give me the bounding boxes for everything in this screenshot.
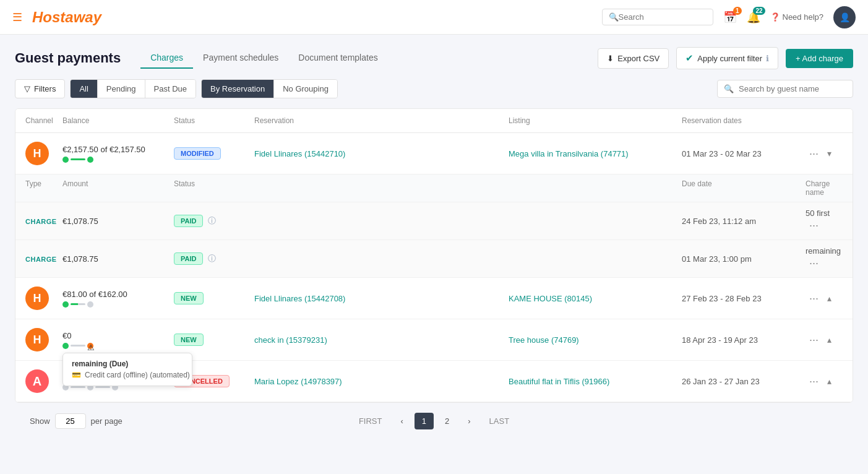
status-badge: NEW [174, 292, 204, 304]
charge-due-date-cell: 01 Mar 23, 1:00 pm [682, 254, 806, 264]
reservation-link[interactable]: Fidel Llinares (15442708) [254, 294, 345, 303]
next-page-button[interactable]: › [460, 413, 478, 429]
global-search-input[interactable] [619, 12, 707, 22]
dates-cell: 26 Jan 23 - 27 Jan 23 [682, 377, 806, 386]
more-options-button[interactable]: ··· [806, 374, 822, 389]
page-2-button[interactable]: 2 [437, 413, 457, 429]
channel-avatar: A [25, 369, 49, 393]
channel-cell: A [25, 369, 62, 393]
reservation-dates: 01 Mar 23 - 02 Mar 23 [682, 149, 762, 158]
grouping-filter-group: By Reservation No Grouping [201, 79, 338, 98]
expand-button[interactable]: ▴ [827, 376, 831, 386]
balance-cell: €0 ⚠ remaining (Due) 💳 Credit card (offl… [62, 331, 174, 349]
progress-dot-warning: ⚠ [87, 343, 93, 349]
per-page-control: Show per page [30, 413, 122, 429]
reservation-link[interactable]: check in (15379231) [254, 335, 327, 345]
top-navigation: ☰ Hostaway 🔍 📅 1 🔔 22 ❓ Need help? 👤 [0, 0, 868, 35]
reservation-dates: 27 Feb 23 - 28 Feb 23 [682, 294, 762, 303]
first-page-button[interactable]: FIRST [351, 413, 390, 429]
filter-icon: ▽ [24, 84, 30, 93]
balance-amount: €81.00 of €162.00 [62, 290, 174, 299]
charge-type: CHARGE [25, 218, 57, 225]
charge-more-button[interactable]: ··· [806, 256, 822, 271]
charge-name-cell: remaining ··· [806, 246, 843, 271]
charge-due-date: 24 Feb 23, 11:12 am [682, 217, 756, 226]
col-reservation: Reservation [254, 116, 509, 125]
channel-cell: H [25, 142, 62, 165]
calendar-icon-btn[interactable]: 📅 1 [723, 11, 737, 24]
per-page-input[interactable] [55, 413, 86, 429]
charge-amount: €1,078.75 [62, 217, 98, 226]
status-filter-group: All Pending Past Due [70, 79, 196, 98]
check-icon: ✔ [685, 53, 694, 64]
page-tabs: Charges Payment schedules Document templ… [140, 48, 388, 69]
charge-more-button[interactable]: ··· [806, 218, 822, 233]
expand-button[interactable]: ▴ [827, 335, 831, 345]
charge-type-cell: CHARGE [25, 254, 62, 264]
show-label: Show [30, 416, 50, 426]
reservation-cell: Maria Lopez (14978397) [254, 377, 509, 386]
charge-type: CHARGE [25, 256, 57, 263]
reservation-row-2[interactable]: H €81.00 of €162.00 NEW Fid [15, 278, 853, 319]
col-dates: Reservation dates [682, 116, 806, 125]
row-actions: ··· ▾ [806, 146, 843, 162]
progress-line [71, 345, 85, 347]
charge-info-icon[interactable]: ⓘ [208, 254, 216, 263]
help-icon: ❓ [770, 12, 780, 22]
listing-link[interactable]: Tree house (74769) [509, 335, 579, 345]
apply-current-filter-button[interactable]: ✔ Apply current filter ℹ [676, 47, 778, 69]
help-link[interactable]: ❓ Need help? [770, 12, 824, 22]
charge-row: CHARGE €1,078.75 PAID ⓘ 24 Feb 23, 11:12… [15, 202, 853, 239]
filter-no-grouping[interactable]: No Grouping [274, 80, 337, 98]
filter-pending[interactable]: Pending [98, 80, 145, 98]
listing-link[interactable]: KAME HOUSE (80145) [509, 294, 592, 303]
export-csv-button[interactable]: ⬇ Export CSV [598, 48, 669, 69]
tab-document-templates[interactable]: Document templates [288, 48, 387, 69]
filter-by-reservation[interactable]: By Reservation [202, 80, 274, 98]
balance-cell: €2,157.50 of €2,157.50 [62, 145, 174, 163]
charge-amount-cell: €1,078.75 [62, 217, 174, 226]
tab-payment-schedules[interactable]: Payment schedules [193, 48, 288, 69]
prev-page-button[interactable]: ‹ [393, 413, 410, 429]
progress-line [71, 303, 85, 305]
charge-info-icon[interactable]: ⓘ [208, 216, 216, 225]
charge-col-name: Charge name [806, 179, 843, 197]
channel-avatar: H [25, 142, 49, 165]
filter-all[interactable]: All [71, 80, 97, 98]
page-1-button[interactable]: 1 [415, 413, 434, 429]
filter-bar: ▽ Filters All Pending Past Due By Reserv… [15, 79, 853, 98]
reservation-row-3[interactable]: H €0 ⚠ remaining (Due) 💳 [15, 319, 853, 360]
guest-search[interactable]: 🔍 [717, 80, 853, 98]
table-row: H €2,157.50 of €2,157.50 MODIFIED [15, 133, 853, 278]
last-page-button[interactable]: LAST [482, 413, 517, 429]
balance-progress [62, 157, 174, 163]
listing-link[interactable]: Beautiful flat in Tiflis (91966) [509, 377, 609, 386]
reservation-link[interactable]: Maria Lopez (14978397) [254, 377, 342, 386]
hamburger-icon[interactable]: ☰ [12, 11, 22, 24]
charge-amount-cell: €1,078.75 [62, 254, 174, 264]
charge-type-cell: CHARGE [25, 217, 62, 226]
reservation-link[interactable]: Fidel Llinares (15442710) [254, 149, 345, 158]
status-badge: MODIFIED [174, 147, 221, 160]
filter-past-due[interactable]: Past Due [145, 80, 196, 98]
filters-button[interactable]: ▽ Filters [15, 79, 65, 98]
notifications-icon-btn[interactable]: 🔔 22 [747, 11, 760, 24]
guest-search-input[interactable] [739, 84, 846, 93]
progress-line [71, 158, 85, 160]
listing-link[interactable]: Mega villa in Transilvania (74771) [509, 149, 629, 158]
reservation-cell: check in (15379231) [254, 335, 509, 345]
more-options-button[interactable]: ··· [806, 291, 822, 306]
col-balance: Balance [62, 116, 174, 125]
reservation-row-1[interactable]: H €2,157.50 of €2,157.50 MODIFIED [15, 133, 853, 174]
expand-button[interactable]: ▴ [827, 293, 831, 303]
user-avatar[interactable]: 👤 [833, 6, 856, 28]
download-icon: ⬇ [607, 54, 614, 63]
more-options-button[interactable]: ··· [806, 332, 822, 348]
collapse-button[interactable]: ▾ [827, 149, 831, 158]
tab-charges[interactable]: Charges [140, 48, 193, 69]
dates-cell: 01 Mar 23 - 02 Mar 23 [682, 149, 806, 158]
global-search[interactable]: 🔍 [602, 9, 713, 25]
add-charge-button[interactable]: + Add charge [786, 49, 853, 68]
charge-due-date-cell: 24 Feb 23, 11:12 am [682, 217, 806, 226]
more-options-button[interactable]: ··· [806, 146, 822, 162]
